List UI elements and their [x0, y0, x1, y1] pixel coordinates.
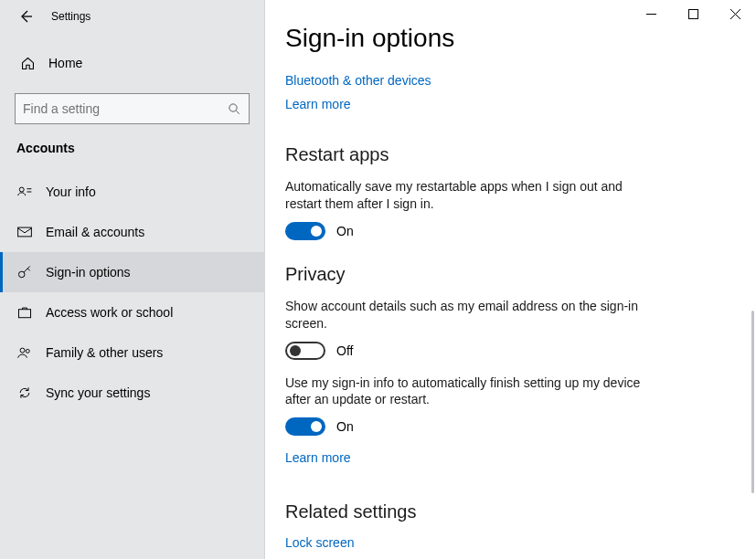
link-learn-more-top[interactable]: Learn more — [285, 97, 351, 111]
link-learn-more-privacy[interactable]: Learn more — [285, 450, 351, 465]
link-bluetooth-devices[interactable]: Bluetooth & other devices — [285, 73, 431, 88]
restart-apps-toggle[interactable] — [285, 222, 325, 240]
key-icon — [16, 264, 33, 280]
search-container — [15, 93, 250, 124]
svg-point-1 — [19, 187, 24, 192]
sidebar-item-sync-settings[interactable]: Sync your settings — [0, 373, 264, 413]
privacy-heading: Privacy — [285, 264, 736, 285]
restart-apps-toggle-state: On — [336, 224, 354, 238]
scrollbar-thumb[interactable] — [751, 311, 754, 493]
app-title: Settings — [51, 10, 91, 23]
svg-rect-2 — [18, 227, 32, 237]
people-icon — [16, 344, 33, 361]
back-button[interactable] — [13, 4, 38, 29]
window-controls — [630, 0, 756, 27]
minimize-button[interactable] — [630, 0, 672, 27]
main-content: Sign-in options Bluetooth & other device… — [265, 0, 756, 559]
restart-apps-toggle-row: On — [285, 222, 736, 240]
maximize-icon — [688, 9, 698, 19]
sync-icon — [16, 385, 33, 401]
svg-point-0 — [229, 103, 237, 111]
privacy-desc-1: Show account details such as my email ad… — [285, 298, 660, 332]
search-icon — [228, 102, 241, 116]
close-button[interactable] — [714, 0, 756, 27]
sidebar-item-label: Family & other users — [46, 345, 163, 360]
privacy-toggle-1-state: Off — [336, 343, 353, 358]
privacy-toggle-2[interactable] — [285, 417, 325, 436]
home-label: Home — [48, 56, 82, 70]
related-settings-heading: Related settings — [285, 501, 736, 522]
svg-point-5 — [20, 348, 25, 353]
briefcase-icon — [16, 304, 33, 321]
titlebar: Settings — [0, 0, 264, 33]
minimize-icon — [646, 9, 656, 19]
sidebar-item-sign-in-options[interactable]: Sign-in options — [0, 252, 264, 292]
search-input[interactable] — [23, 101, 228, 116]
privacy-desc-2: Use my sign-in info to automatically fin… — [285, 374, 660, 409]
svg-rect-7 — [688, 9, 697, 18]
restart-apps-desc: Automatically save my restartable apps w… — [285, 178, 660, 213]
sidebar: Settings Home Accounts Your info — [0, 0, 265, 559]
sidebar-item-access-work-school[interactable]: Access work or school — [0, 292, 264, 332]
sidebar-item-label: Access work or school — [46, 305, 173, 320]
svg-point-3 — [18, 271, 25, 278]
link-lock-screen[interactable]: Lock screen — [285, 535, 354, 550]
privacy-toggle-1-row: Off — [285, 342, 736, 360]
svg-point-6 — [26, 349, 29, 353]
privacy-toggle-1[interactable] — [285, 342, 325, 360]
sidebar-item-family-other-users[interactable]: Family & other users — [0, 332, 264, 373]
sidebar-item-email-accounts[interactable]: Email & accounts — [0, 212, 264, 252]
sidebar-nav-list: Your info Email & accounts Sign-in optio… — [0, 172, 264, 413]
sidebar-item-label: Your info — [46, 185, 96, 199]
svg-rect-4 — [18, 310, 30, 318]
sidebar-item-your-info[interactable]: Your info — [0, 172, 264, 212]
settings-window: Settings Home Accounts Your info — [0, 0, 756, 559]
privacy-toggle-2-row: On — [285, 417, 736, 436]
sidebar-item-label: Sign-in options — [46, 265, 131, 280]
page-title: Sign-in options — [285, 24, 736, 53]
restart-apps-heading: Restart apps — [285, 144, 736, 165]
maximize-button[interactable] — [672, 0, 714, 27]
arrow-left-icon — [18, 9, 33, 24]
person-card-icon — [16, 184, 33, 200]
close-icon — [730, 9, 740, 19]
sidebar-section-header: Accounts — [0, 137, 264, 164]
sidebar-item-label: Email & accounts — [46, 225, 144, 239]
home-nav[interactable]: Home — [0, 44, 264, 82]
privacy-toggle-2-state: On — [336, 419, 354, 434]
home-icon — [19, 56, 36, 71]
sidebar-item-label: Sync your settings — [46, 385, 150, 400]
search-input-wrap[interactable] — [15, 93, 250, 124]
mail-icon — [16, 224, 33, 240]
